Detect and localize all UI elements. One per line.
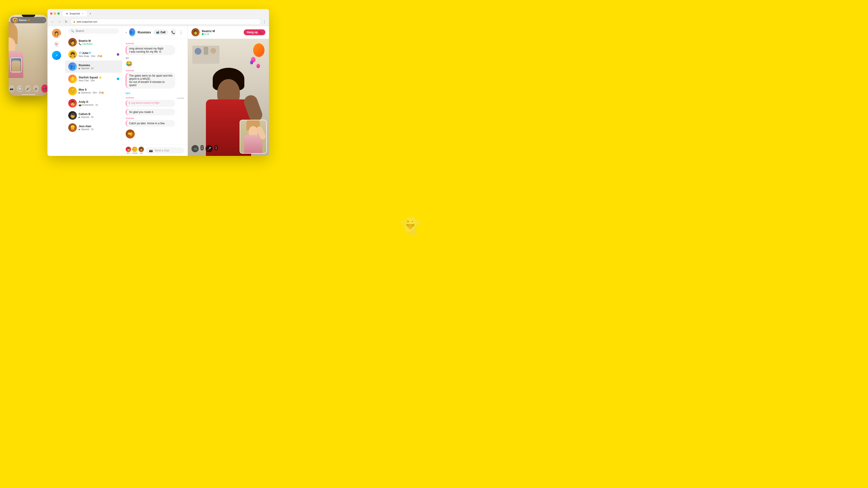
moe-info: Moe S ▶ Delivered · 25m · 29🔥 — [79, 88, 119, 94]
messages-area[interactable]: SOPHIE omg almost missed my flightI was … — [122, 39, 188, 144]
chat-item-julie[interactable]: 👧 💎Julie💎 New Snap · 16m · 29🔥 — [66, 48, 122, 61]
search-icon: 🔍 — [71, 30, 74, 33]
roomies-name: Roomies — [79, 64, 119, 67]
roomies-avatar-face: 👥 — [68, 62, 77, 71]
msg-bubble-1: omg almost missed my flightI was running… — [126, 45, 175, 55]
julie-status: New Snap · 16m · 29🔥 — [79, 55, 115, 57]
url-text: web.snapchat.com — [76, 20, 97, 23]
stories-btn[interactable]: ↗ — [52, 51, 61, 60]
browser-tab-title: Snapchat — [69, 12, 80, 15]
jess-info: Jess Alan ▶ Opened · 1h — [79, 125, 119, 131]
mic-expand-up: ▲ — [215, 146, 217, 148]
julie-info: 💎Julie💎 New Snap · 16m · 29🔥 — [79, 52, 115, 57]
jess-avatar: 👱 — [68, 123, 77, 132]
new-tab-btn[interactable]: + — [88, 11, 92, 15]
user-avatar-face: 👩 — [54, 31, 59, 35]
starfish-avatar-face: 🌟 — [68, 74, 77, 83]
typing-avatar-sophie: 😊 — [132, 147, 137, 152]
snap-ghost-nav[interactable]: 👻 — [53, 41, 59, 47]
video-header-avatar: 👩 — [191, 28, 199, 36]
chat-item-roomies[interactable]: 👥 Roomies ▶ Opened · 1h — [66, 61, 122, 73]
message-group-sophie-quoted: SOPHIE 4:37PM omg almost missed my fligh… — [126, 97, 184, 107]
camera-icon: 📷 — [149, 149, 153, 152]
browser-window: 👻 Snapchat × + ← → ↻ 🔒 web.snapchat.com … — [48, 9, 269, 156]
msg-bubble-quoted: omg almost missed my flight — [126, 100, 175, 107]
roomies-avatar: 👥 — [68, 62, 77, 71]
video-inset — [240, 120, 267, 154]
tl-close[interactable] — [50, 12, 53, 15]
chat-item-jess[interactable]: 👱 Jess Alan ▶ Opened · 1h — [66, 122, 122, 134]
video-mic-expand-btn[interactable]: ▲ ▼ — [215, 145, 218, 151]
call-button[interactable]: 📹 Call — [153, 30, 168, 35]
chat-item-moe[interactable]: 😊 Moe S ▶ Delivered · 25m · 29🔥 — [66, 85, 122, 97]
phone-inset-video — [10, 58, 22, 72]
phone-ctrl-speaker[interactable]: 🔊 — [33, 85, 39, 92]
phone-ctrl-end-call[interactable]: 📵 — [41, 85, 48, 93]
forward-btn[interactable]: → — [57, 19, 62, 24]
chat-item-starfish[interactable]: 🌟 Starfish Squad ⭐ New Chat · 16m — [66, 73, 122, 85]
lock-icon: 🔒 — [73, 21, 75, 23]
phone-mock: 0:19 👩 Hanna 🐝 › 📷 🔄 🎤 🔊 📵 — [8, 15, 48, 96]
msg-sender-sophie-2: SOPHIE — [126, 70, 184, 72]
beatriz-status: 📞 Call Active — [79, 43, 119, 45]
browser-chrome: 👻 Snapchat × + ← → ↻ 🔒 web.snapchat.com … — [48, 9, 269, 26]
phone-screen: 0:19 👩 Hanna 🐝 › 📷 🔄 🎤 🔊 📵 — [8, 15, 48, 96]
search-input-wrap[interactable]: 🔍 — [68, 28, 119, 34]
back-btn[interactable]: ← — [50, 19, 55, 24]
video-mic-toggle[interactable]: 🎤 — [206, 145, 213, 152]
chat-list: 🔍 👩 Beatriz M 📞 Call Active — [66, 26, 122, 156]
browser-tab-snapchat[interactable]: 👻 Snapchat × — [63, 11, 87, 16]
call-label: Call — [160, 31, 165, 34]
typing-user-sophie: 😊 Sophie — [132, 147, 138, 154]
chat-item-andy[interactable]: 👨 Andy G 📸 Screenshot · 1h — [66, 97, 122, 109]
refresh-btn[interactable]: ↻ — [64, 19, 69, 24]
hang-up-button[interactable]: Hang up 📞 — [244, 29, 266, 35]
video-panel: 👩 Beatriz M 0:19 Hang up 📞 — [188, 26, 269, 156]
msg-sender-sophie-1: SOPHIE — [126, 42, 184, 45]
moe-name: Moe S — [79, 88, 119, 91]
chat-item-callum[interactable]: 👦 Callum B ▶ Opened · 1h — [66, 109, 122, 122]
send-chat-input[interactable]: 📷 Send a chat — [146, 147, 184, 154]
chat-header-avatar: 👥 — [129, 28, 135, 36]
tl-fullscreen[interactable] — [57, 12, 60, 15]
video-camera-toggle[interactable]: 📹 — [191, 145, 199, 152]
video-header: 👩 Beatriz M 0:19 Hang up 📞 — [188, 26, 269, 39]
phone-call-chevron: › — [43, 19, 44, 22]
call-icon-video: 📹 — [156, 31, 159, 34]
browser-more-menu[interactable]: ⋮ — [263, 20, 266, 24]
callum-avatar: 👦 — [68, 111, 77, 120]
chat-item-beatriz[interactable]: 👩 Beatriz M 📞 Call Active — [66, 36, 122, 48]
address-bar[interactable]: 🔒 web.snapchat.com — [70, 19, 261, 25]
search-input[interactable] — [75, 29, 116, 33]
moe-avatar-face: 😊 — [68, 87, 77, 95]
phone-ctrl-camera[interactable]: 📷 — [8, 85, 14, 92]
user-avatar[interactable]: 👩 ⚙️ — [52, 29, 61, 38]
expand-down-icon: ▼ — [201, 148, 203, 150]
phone-notch — [22, 15, 35, 17]
andy-avatar: 👨 — [68, 99, 77, 107]
video-expand-btn[interactable]: ▲ ▼ — [200, 145, 204, 151]
msg-time-1: 4:37PM — [177, 97, 184, 99]
phone-call-button[interactable]: 📞 — [170, 29, 176, 36]
beatriz-name: Beatriz M — [79, 39, 119, 42]
tl-minimize[interactable] — [54, 12, 56, 15]
msg-sender-sophie-3: SOPHIE — [126, 97, 134, 99]
msg-emoji-1: 😂 — [126, 60, 184, 68]
typing-name-sophie: Sophie — [132, 152, 138, 154]
expand-up-icon: ▲ — [201, 146, 203, 148]
julie-snap-indicator — [117, 53, 119, 56]
msg-quoted-text: omg almost missed my flight — [129, 102, 173, 104]
message-group-reply: So glad you made it. — [126, 109, 184, 116]
call-icon: 📞 — [79, 43, 81, 45]
sticker-emoji: 🤜 — [127, 131, 133, 137]
phone-ctrl-mute[interactable]: 🎤 — [25, 85, 31, 92]
andy-avatar-face: 👨 — [68, 99, 77, 107]
msg-sender-me: ME — [126, 57, 184, 59]
chat-back-btn[interactable]: ‹ — [126, 31, 127, 34]
chat-options-btn[interactable]: ⋮ — [178, 29, 184, 36]
message-group-3: SOPHIE The gates were so far apart and t… — [126, 70, 184, 89]
tab-close-btn[interactable]: × — [81, 12, 84, 15]
callum-avatar-face: 👦 — [68, 111, 77, 120]
phone-ctrl-flip[interactable]: 🔄 — [17, 85, 23, 92]
inset-sweater — [244, 135, 262, 153]
